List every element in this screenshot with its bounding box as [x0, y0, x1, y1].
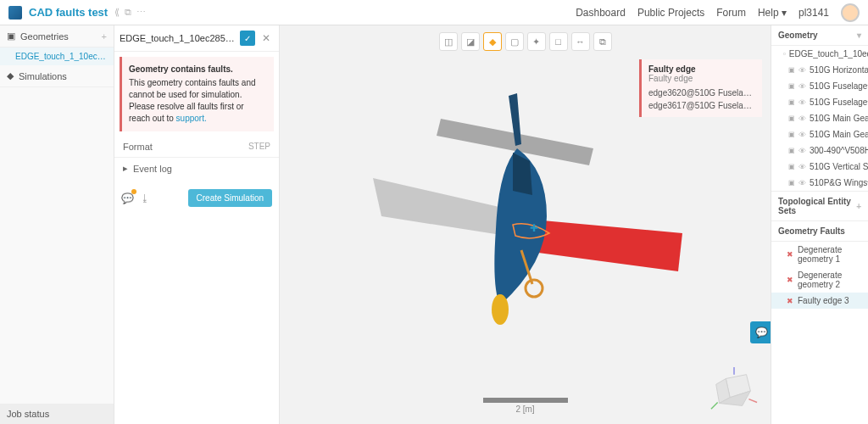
topbar-left: CAD faults test ⟪ ⧉ ⋯ [8, 6, 146, 20]
expand-icon[interactable]: ▣ [788, 66, 795, 74]
nav-forum[interactable]: Forum [716, 7, 746, 19]
tree-item[interactable]: ▣👁510G Fuselage^S2R … [771, 94, 868, 110]
confirm-button[interactable]: ✓ [240, 31, 255, 46]
expand-icon[interactable]: ▣ [788, 82, 795, 90]
comment-icon[interactable]: 💬 [121, 192, 133, 204]
svg-line-11 [748, 399, 757, 403]
geometry-tree-item[interactable]: EDGE_touch_1_10ec2854-517b… [0, 47, 114, 65]
tool-wireframe-icon[interactable]: ◫ [439, 32, 458, 51]
svg-point-5 [492, 294, 509, 325]
geometry-icon: ▣ [7, 31, 15, 42]
copy-icon[interactable]: ⧉ [125, 7, 131, 18]
tool-move-icon[interactable]: ↔ [571, 32, 590, 51]
chevron-right-icon: ▸ [123, 163, 128, 174]
svg-marker-4 [513, 153, 532, 195]
support-link[interactable]: support. [176, 114, 207, 123]
expand-icon[interactable]: ▣ [788, 179, 795, 187]
topbar-right: Dashboard Public Projects Forum Help ▾ p… [576, 3, 860, 22]
faulty-subtitle: Faulty edge [648, 74, 755, 83]
expand-icon[interactable]: ▣ [788, 163, 795, 170]
viewport-3d[interactable]: ◫ ◪ ◆ ▢ ✦ □ ↔ ⧉ ✚ Faulty edge Faulty edg… [280, 25, 771, 424]
tree-item[interactable]: ▣👁510G Main Gear^S2… [771, 110, 868, 126]
fault-alert: Geometry contains faults. This geometry … [120, 57, 274, 131]
format-row: Format STEP [114, 137, 279, 158]
app-logo-icon[interactable] [8, 6, 22, 20]
visibility-icon[interactable]: 👁 [798, 98, 806, 107]
visibility-icon[interactable]: 👁 [798, 131, 806, 139]
main: ▣ Geometries + EDGE_touch_1_10ec2854-517… [0, 25, 868, 424]
share-icon[interactable]: ⟪ [114, 7, 120, 18]
nav-public-projects[interactable]: Public Projects [637, 7, 704, 19]
tree-item[interactable]: ▣👁300-490^V508H-10… [771, 142, 868, 159]
visibility-icon[interactable]: 👁 [798, 147, 806, 155]
expand-icon[interactable]: ▣ [788, 131, 795, 138]
panel-header: EDGE_touch_1_10ec2854-517b-4468… ✓ ✕ [114, 25, 279, 52]
visibility-icon[interactable]: 👁 [798, 66, 806, 75]
faulty-edge-item[interactable]: edge3620@510G Fuselage^S2R CF… [648, 86, 755, 99]
fault-item-selected[interactable]: ✖Faulty edge 3 [771, 293, 868, 309]
tool-select-icon[interactable]: ◆ [483, 32, 502, 51]
collapse-icon: ▫ [783, 50, 786, 58]
top-bar: CAD faults test ⟪ ⧉ ⋯ Dashboard Public P… [0, 0, 868, 25]
simulation-icon: ◆ [7, 70, 14, 81]
visibility-icon[interactable]: 👁 [798, 114, 806, 123]
nav-cube[interactable] [709, 366, 759, 416]
tree-item[interactable]: ▣👁510G Main Gear^S2… [771, 126, 868, 142]
faulty-edge-callout: Faulty edge Faulty edge edge3620@510G Fu… [639, 59, 762, 117]
simulations-header[interactable]: ◆ Simulations [0, 65, 114, 87]
tree-root[interactable]: ▫ EDGE_touch_1_10ec2854-5… [771, 46, 868, 62]
expand-icon[interactable]: ▣ [788, 147, 795, 154]
format-value: STEP [248, 142, 270, 152]
download-icon[interactable]: ⭳ [140, 192, 152, 204]
fault-item[interactable]: ✖Degenerate geometry 2 [771, 267, 868, 293]
chat-button[interactable]: 💬 [750, 321, 771, 343]
tool-box-icon[interactable]: ▢ [505, 32, 524, 51]
faulty-edge-item[interactable]: edge3617@510G Fuselage^S2R CF… [648, 99, 755, 112]
tool-shaded-icon[interactable]: ◪ [461, 32, 480, 51]
scale-indicator: 2 [m] [483, 398, 568, 414]
tool-measure-icon[interactable]: ✦ [527, 32, 546, 51]
svg-line-12 [711, 403, 718, 410]
origin-marker-icon: ✚ [530, 222, 538, 234]
tree-item[interactable]: ▣👁510P&G Wings^S2R… [771, 175, 868, 191]
svg-point-7 [526, 280, 542, 297]
footer-actions: 💬 ⭳ [121, 192, 152, 204]
tree-item[interactable]: ▣👁510G Vertical Stab^S… [771, 159, 868, 175]
tool-section-icon[interactable]: □ [549, 32, 568, 51]
faulty-title: Faulty edge [648, 64, 755, 74]
nav-username[interactable]: pl3141 [798, 7, 829, 19]
tool-settings-icon[interactable]: ⧉ [593, 32, 612, 51]
expand-icon[interactable]: ▣ [788, 114, 795, 122]
faults-section-header[interactable]: Geometry Faults [771, 221, 868, 242]
project-title[interactable]: CAD faults test [29, 6, 108, 19]
fault-icon: ✖ [787, 276, 793, 284]
right-panel: Geometry▾ ▫ EDGE_touch_1_10ec2854-5… ▣👁5… [771, 25, 868, 424]
panel-title: EDGE_touch_1_10ec2854-517b-4468… [120, 33, 236, 43]
fault-icon: ✖ [787, 250, 793, 259]
visibility-icon[interactable]: 👁 [798, 82, 806, 91]
create-simulation-button[interactable]: Create Simulation [188, 189, 272, 207]
viewport-toolbar: ◫ ◪ ◆ ▢ ✦ □ ↔ ⧉ [439, 32, 612, 51]
topo-section-header[interactable]: Topological Entity Sets+ [771, 192, 868, 221]
nav-dashboard[interactable]: Dashboard [576, 7, 626, 19]
svg-marker-3 [538, 220, 682, 271]
chat-icon: 💬 [755, 326, 768, 338]
fault-item[interactable]: ✖Degenerate geometry 1 [771, 242, 868, 267]
visibility-icon[interactable]: 👁 [798, 179, 806, 187]
eventlog-row[interactable]: ▸ Event log [114, 158, 279, 179]
details-panel: EDGE_touch_1_10ec2854-517b-4468… ✓ ✕ Geo… [114, 25, 280, 424]
geometries-header[interactable]: ▣ Geometries + [0, 25, 114, 47]
visibility-icon[interactable]: 👁 [798, 163, 806, 171]
job-status-bar[interactable]: Job status [0, 404, 114, 424]
close-button[interactable]: ✕ [259, 31, 274, 46]
avatar[interactable] [841, 3, 860, 22]
nav-help[interactable]: Help ▾ [758, 7, 787, 19]
add-geometry-icon[interactable]: + [102, 31, 107, 42]
expand-icon[interactable]: ▣ [788, 98, 795, 106]
left-sidebar: ▣ Geometries + EDGE_touch_1_10ec2854-517… [0, 25, 114, 424]
geometry-section-header[interactable]: Geometry▾ [771, 25, 868, 46]
alert-title: Geometry contains faults. [129, 64, 267, 75]
tree-item[interactable]: ▣👁510G Fuselage^S2R … [771, 78, 868, 94]
more-icon[interactable]: ⋯ [136, 7, 146, 18]
tree-item[interactable]: ▣👁510G Horizontal Sta… [771, 62, 868, 78]
